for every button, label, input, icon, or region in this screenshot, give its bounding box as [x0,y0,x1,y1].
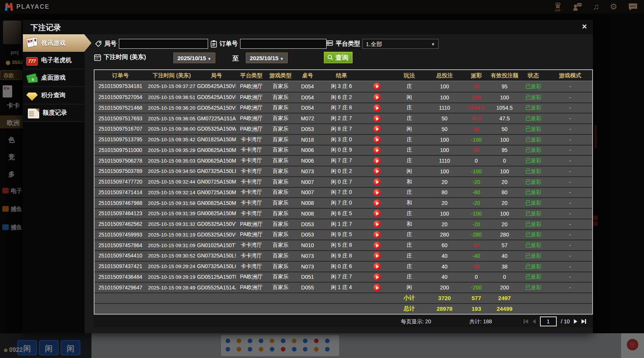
replay-button[interactable] [373,94,381,101]
cell-game-type: 百家乐 [267,168,294,175]
replay-button[interactable] [373,115,381,122]
cell-order-number: 251015097429647 [95,285,146,291]
cell-valid-bet: 50 [490,126,519,132]
music-icon[interactable]: ♫ [593,3,599,11]
money-icon: $ [26,72,38,84]
replay-button[interactable] [373,125,381,133]
replay-button[interactable] [373,263,381,270]
modal-header: 下注记录 × [23,20,593,34]
sidebar-item-label: 桌面游戏 [41,74,66,82]
replay-button[interactable] [373,221,381,228]
cell-order-number: 251015097517693 [95,116,146,121]
column-header: 局号 [197,72,236,79]
cell-payout: 1054.5 [462,105,490,111]
cell-table-number: N073 [294,264,321,270]
cell-platform: 卡卡湾厅 [236,210,267,217]
replay-button[interactable] [373,136,381,143]
cell-game-type: 百家乐 [267,136,294,143]
time-filter: 下注时间 (美东) [94,53,146,61]
cell-round-number: GN00725A150MS [197,179,236,185]
replay-button[interactable] [373,273,381,281]
date-to-select[interactable]: 2025/10/15 [246,53,288,63]
table-row: 2510150974599932025-10-15 09:31:19GD0532… [95,229,592,240]
sidebar-item-money[interactable]: $桌面游戏 [23,69,85,87]
cell-order-number: 251015097516707 [95,126,146,132]
replay-button[interactable] [373,104,381,112]
cell-order-number: 251015097534181 [95,83,146,89]
cell-play-type: 和 [392,179,427,185]
cell-round-number: GN00725A150MR [197,190,236,195]
cell-bet-time: 2025-10-15 09:36:51 [146,94,197,100]
cell-total-bet: 20 [427,179,462,185]
first-page-button[interactable] [524,319,528,324]
replay-button[interactable] [373,242,381,249]
prev-page-button[interactable] [532,319,536,324]
replay-button[interactable] [373,147,381,154]
cell-order-number: 251015097459993 [95,232,146,238]
cell-bet-time: 2025-10-15 09:31:58 [146,200,197,206]
vip-icon[interactable]: ♛ VIP [554,2,562,12]
table-row: 2510150975341812025-10-15 09:37:27GD0542… [95,81,592,92]
cell-payout: -40 [462,253,490,259]
cell-total-bet: 1110 [427,105,462,111]
cell-game-type: 百家乐 [267,221,294,228]
cell-status: 已派彩 [519,83,548,90]
sidebar-item-document[interactable]: 额度记录 [23,104,85,122]
date-from-select[interactable]: 2025/10/15 [173,53,215,63]
sidebar-item-slots[interactable]: 777电子老虎机 [23,52,85,69]
replay-button[interactable] [373,189,381,196]
search-button[interactable]: 查询 [324,52,352,63]
page-number-input[interactable] [540,316,557,326]
cell-order-number: 251015097437421 [95,264,146,269]
cell-status: 已派彩 [519,94,548,101]
cell-bet-time: 2025-10-15 09:28:49 [146,285,197,291]
settings-icon[interactable]: ⚙ [610,3,617,11]
chat-icon[interactable] [628,2,638,11]
cell-round-number: GN00825A150MF [197,211,236,216]
cell-status: 已派彩 [519,253,548,259]
next-page-button[interactable] [574,319,577,324]
replay-button[interactable] [373,157,381,165]
customer-service-icon[interactable] [572,2,582,11]
cell-order-number: 251015097527054 [95,94,146,100]
diamond-icon [26,93,38,101]
replay-button[interactable] [373,83,381,90]
cell-total-bet: 50 [427,126,462,132]
column-header: 派彩 [462,72,490,79]
table-row: 2510150975214682025-10-15 09:36:20GD0542… [95,102,592,113]
cell-result: 闲 7 庄 7 [321,157,362,164]
cell-table-number: D054 [294,94,321,101]
cell-status: 已派彩 [519,221,548,228]
table-row: 2510150974625622025-10-15 09:31:32GD0532… [95,219,592,229]
round-input[interactable] [119,39,208,49]
table-row: 2510150974374212025-10-15 09:29:24GN0732… [95,261,592,272]
replay-button[interactable] [373,200,381,207]
cell-table-number: D055 [294,284,321,291]
cell-play-type: 庄 [392,263,427,270]
top-bar: PLAYACE ♛ VIP ♫ ⚙ [0,0,644,14]
cell-payout: 47.5 [462,115,490,121]
replay-button[interactable] [373,178,381,185]
platform-select[interactable]: 1.全部 [362,39,439,49]
replay-button[interactable] [373,210,381,217]
order-input[interactable] [240,39,327,49]
cell-round-number: GN00825A150MG [197,200,236,206]
cell-total-bet: 60 [427,242,462,248]
cell-platform: PA欧洲厅 [236,221,267,228]
cell-bet-time: 2025-10-15 09:31:19 [146,232,197,238]
close-icon[interactable]: × [582,22,587,32]
table-header-row: 订单号下注时间 (美东)局号平台类型游戏类型桌号结果玩法总投注派彩有效投注额状态… [95,70,592,81]
replay-button[interactable] [373,231,381,238]
cell-game-mode: - [548,211,592,217]
sidebar-item-cards[interactable]: 9K♥视讯游戏 [23,34,91,52]
last-page-button[interactable] [582,319,586,324]
table-row: 2510150975176932025-10-15 09:36:05GM0722… [95,113,592,123]
sidebar-item-label: 额度记录 [43,109,67,117]
replay-button[interactable] [373,284,381,291]
cell-bet-time: 2025-10-15 09:35:42 [146,137,197,142]
cell-platform: 卡卡湾厅 [236,179,267,185]
replay-button[interactable] [373,252,381,259]
round-filter: 局号 [95,39,208,49]
sidebar-item-diamond[interactable]: 积分查询 [23,87,85,104]
replay-button[interactable] [373,168,381,175]
